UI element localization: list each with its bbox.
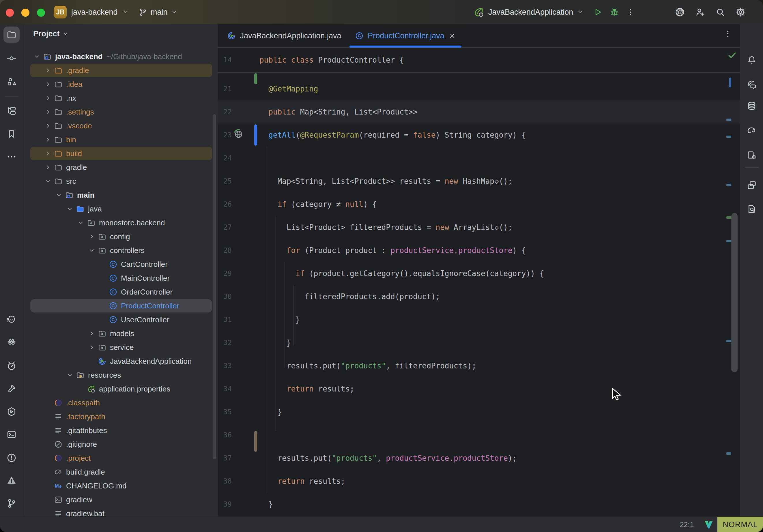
tree-item--vscode[interactable]: .vscode (23, 119, 218, 133)
tree-item-main[interactable]: main (23, 188, 218, 202)
tree-item--gradle[interactable]: .gradle (23, 63, 218, 77)
chevron-right-icon[interactable] (43, 150, 54, 157)
tree-item-config[interactable]: config (23, 230, 218, 244)
stripe-change-mark[interactable] (726, 240, 731, 242)
line-number[interactable]: 28 (218, 239, 232, 262)
tree-item--gitattributes[interactable]: .gitattributes (23, 424, 218, 437)
stripe-change-mark[interactable] (726, 452, 731, 455)
tree-item--factorypath[interactable]: .factorypath (23, 410, 218, 424)
line-number[interactable]: 30 (218, 285, 232, 308)
robot-plugin-icon[interactable] (3, 358, 20, 374)
ideavim-icon[interactable] (704, 519, 714, 530)
project-panel-header[interactable]: Project (33, 30, 68, 38)
code-line-31[interactable]: 31 } (218, 308, 740, 331)
tree-item-usercontroller[interactable]: CUserController (23, 313, 218, 327)
run-button[interactable] (593, 7, 602, 17)
line-number[interactable]: 26 (218, 193, 232, 216)
editor-scrollbar[interactable] (731, 213, 738, 372)
chevron-right-icon[interactable] (43, 164, 54, 171)
project-switcher[interactable]: JB java-backend (54, 0, 129, 24)
code-line-34[interactable]: 34 return results; (218, 377, 740, 400)
tree-item-changelog-md[interactable]: MCHANGELOG.md (23, 479, 218, 493)
chevron-down-icon[interactable] (86, 247, 97, 254)
line-number[interactable]: 21 (218, 77, 232, 100)
tree-item-build-gradle[interactable]: build.gradle (23, 465, 218, 479)
code-line-33[interactable]: 33 results.put("products", filteredProdu… (218, 354, 740, 377)
tree-item-java-backend[interactable]: java-backend~/Github/java-backend (23, 50, 218, 63)
tree-item-productcontroller[interactable]: CProductController (23, 299, 218, 313)
tree-item-application-properties[interactable]: application.properties (23, 382, 218, 396)
chevron-right-icon[interactable] (43, 122, 54, 129)
search-icon[interactable] (715, 7, 725, 17)
minimize-window-button[interactable] (21, 9, 30, 17)
inspections-ok-icon[interactable] (727, 50, 737, 60)
tree-item-service[interactable]: service (23, 341, 218, 354)
chevron-down-icon[interactable] (54, 191, 64, 198)
tree-item-resources[interactable]: resources (23, 368, 218, 382)
line-number[interactable]: 32 (218, 331, 232, 354)
project-tree-scrollbar[interactable] (213, 114, 216, 459)
cat-plugin-icon[interactable] (3, 312, 20, 328)
tree-item-java[interactable]: java (23, 202, 218, 216)
tree-item-gradlew-bat[interactable]: gradlew.bat (23, 507, 218, 516)
line-number[interactable]: 23 (218, 124, 232, 147)
device-manager-icon[interactable] (743, 147, 760, 163)
tree-item-gradle[interactable]: gradle (23, 160, 218, 174)
code-line-36[interactable]: 36 (218, 424, 740, 447)
tree-item-cartcontroller[interactable]: CCartController (23, 257, 218, 271)
build-artifacts-icon[interactable] (743, 177, 760, 194)
code-line-38[interactable]: 38 return results; (218, 470, 740, 493)
database-icon[interactable] (743, 97, 760, 114)
project-icon[interactable] (3, 27, 20, 43)
more-run-options-icon[interactable] (626, 8, 635, 16)
vim-mode-badge[interactable]: NORMAL (717, 517, 763, 532)
line-number[interactable]: 22 (218, 100, 232, 124)
line-number[interactable]: 38 (218, 470, 232, 493)
hierarchy-icon[interactable] (3, 103, 20, 119)
sticky-header-line[interactable]: 14 public class ProductController { (218, 48, 740, 73)
code-line-39[interactable]: 39 } (218, 493, 740, 516)
gradle-icon[interactable] (743, 122, 760, 139)
line-number[interactable]: 39 (218, 493, 232, 516)
chevron-down-icon[interactable] (43, 178, 54, 185)
caret-position[interactable]: 22:1 (675, 517, 698, 532)
editor-tab-javabackendapplication-java[interactable]: JavaBackendApplication.java (224, 24, 345, 47)
tree-item-build[interactable]: build (23, 147, 218, 160)
tree-item--nx[interactable]: .nx (23, 91, 218, 105)
line-number[interactable]: 29 (218, 262, 232, 285)
structure-icon[interactable] (3, 73, 20, 90)
stripe-change-mark[interactable] (726, 340, 731, 342)
add-user-icon[interactable] (695, 7, 705, 17)
close-window-button[interactable] (6, 9, 14, 17)
line-number[interactable]: 24 (218, 147, 232, 170)
code-line-26[interactable]: 26 if (category ≠ null) { (218, 193, 740, 216)
find-in-files-icon[interactable] (743, 200, 760, 217)
code-line-27[interactable]: 27 List<Product> filteredProducts = new … (218, 216, 740, 239)
editor-options-icon[interactable] (723, 30, 732, 38)
chevron-down-icon[interactable] (577, 9, 584, 15)
tree-item--settings[interactable]: .settings (23, 105, 218, 119)
code-line-21[interactable]: 21 @GetMapping (218, 77, 740, 100)
chevron-right-icon[interactable] (43, 67, 54, 74)
code-line-22[interactable]: 22 public Map<String, List<Product>> (218, 100, 740, 124)
notifications-icon[interactable] (743, 52, 760, 68)
editor-tab-productcontroller-java[interactable]: CProductController.java (349, 24, 462, 47)
incognito-plugin-icon[interactable] (3, 334, 20, 350)
build-icon[interactable] (3, 380, 20, 397)
chevron-down-icon[interactable] (32, 53, 43, 60)
settings-icon[interactable] (735, 7, 746, 17)
zoom-window-button[interactable] (37, 9, 45, 17)
branch-switcher[interactable]: main (139, 0, 177, 24)
code-line-35[interactable]: 35 } (218, 400, 740, 424)
chevron-right-icon[interactable] (86, 330, 97, 337)
tree-item--project[interactable]: .project (23, 451, 218, 465)
chevron-down-icon[interactable] (75, 219, 86, 226)
warnings-icon[interactable] (3, 473, 20, 489)
run-config-name[interactable]: JavaBackendApplication (488, 8, 573, 17)
code-line-23[interactable]: 23 getAll(@RequestParam(required = false… (218, 124, 740, 147)
line-number[interactable]: 25 (218, 170, 232, 193)
tree-item-javabackendapplication[interactable]: JavaBackendApplication (23, 354, 218, 368)
chevron-right-icon[interactable] (86, 233, 97, 240)
code-line-30[interactable]: 30 filteredProducts.add(product); (218, 285, 740, 308)
more-tools-icon[interactable] (3, 149, 20, 165)
